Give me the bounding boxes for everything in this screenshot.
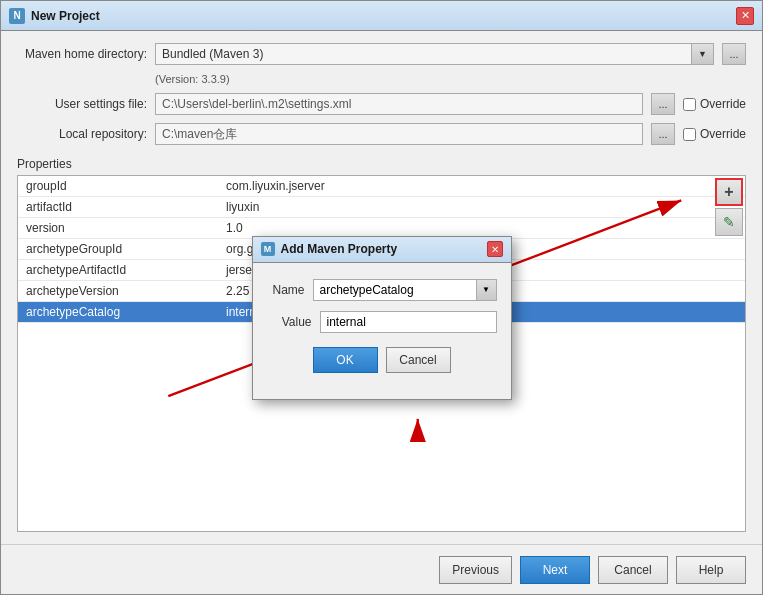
- dialog-title-bar: M Add Maven Property ✕: [253, 237, 511, 263]
- dialog-name-wrapper: ▼: [313, 279, 497, 301]
- dialog-value-input[interactable]: [320, 311, 497, 333]
- dialog-cancel-btn[interactable]: Cancel: [386, 347, 451, 373]
- previous-btn[interactable]: Previous: [439, 556, 512, 584]
- main-window: N New Project ✕ Maven home directory: ▼ …: [0, 0, 763, 595]
- help-btn[interactable]: Help: [676, 556, 746, 584]
- dialog-title-text: Add Maven Property: [281, 242, 398, 256]
- dialog-name-label: Name: [267, 283, 305, 297]
- footer: Previous Next Cancel Help: [1, 544, 762, 594]
- window-title: New Project: [31, 9, 100, 23]
- dialog-icon: M: [261, 242, 275, 256]
- dialog-title-left: M Add Maven Property: [261, 242, 398, 256]
- title-bar-left: N New Project: [9, 8, 100, 24]
- dialog-name-input[interactable]: [313, 279, 477, 301]
- dialog-value-wrapper: [320, 311, 497, 333]
- dialog-content: Name ▼ Value OK Cancel: [253, 263, 511, 399]
- dialog-value-label: Value: [267, 315, 312, 329]
- dialog-value-row: Value: [267, 311, 497, 333]
- dialog-ok-btn[interactable]: OK: [313, 347, 378, 373]
- cancel-btn[interactable]: Cancel: [598, 556, 668, 584]
- dialog-name-dropdown-btn[interactable]: ▼: [477, 279, 497, 301]
- content-area: Maven home directory: ▼ ... (Version: 3.…: [1, 31, 762, 544]
- next-btn[interactable]: Next: [520, 556, 590, 584]
- close-button[interactable]: ✕: [736, 7, 754, 25]
- window-icon: N: [9, 8, 25, 24]
- add-maven-property-dialog: M Add Maven Property ✕ Name ▼ Value: [252, 236, 512, 400]
- dialog-footer: OK Cancel: [267, 343, 497, 387]
- title-bar: N New Project ✕: [1, 1, 762, 31]
- dialog-overlay: M Add Maven Property ✕ Name ▼ Value: [1, 31, 762, 544]
- dialog-close-btn[interactable]: ✕: [487, 241, 503, 257]
- dialog-name-row: Name ▼: [267, 279, 497, 301]
